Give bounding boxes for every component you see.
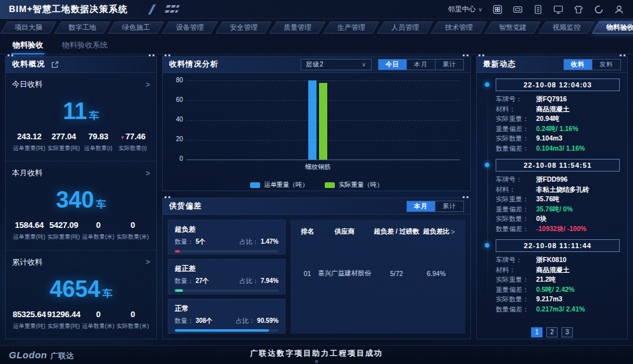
nav-tab-green-construction[interactable]: 绿色施工 [111, 22, 161, 34]
page-button-1[interactable]: 1 [531, 327, 542, 337]
analysis-range-group: 今日 本月 累计 [378, 59, 464, 70]
legend-item-waybill[interactable]: 运单重量（吨） [250, 180, 308, 189]
chevron-right-icon[interactable]: > [146, 169, 150, 178]
y-tick: 60 [166, 96, 183, 103]
stat: 0运单数量(米) [81, 220, 116, 241]
chevron-right-icon[interactable]: > [146, 80, 150, 89]
footer: GLodon广联达 广联达数字项目助力工程项目成功 « [0, 345, 633, 364]
today-count: 11车 [12, 100, 150, 123]
shirt-icon[interactable] [573, 4, 584, 15]
project-selector[interactable]: 邻里中心 ∨ [448, 4, 482, 14]
collapse-chevron-icon[interactable]: « [314, 360, 319, 363]
chart-legend: 运单重量（吨） 实际重量（吨） [163, 180, 470, 189]
table-header-row: 排名 供应商 超负差 / 过磅数 超负差比 > [297, 227, 459, 236]
group-normal: 正常 数量：308个 占比：90.59% [168, 299, 285, 334]
app-title-wrap: BIM+智慧工地数据决策系统 [0, 0, 144, 19]
loading-icon[interactable] [593, 4, 604, 15]
group-over-negative: 超负差 数量：5个 占比：1.47% [168, 220, 285, 254]
legend-swatch [250, 182, 260, 188]
nav-tab-production[interactable]: 生产管理 [327, 22, 376, 34]
overview-section-total: 累计收料 > 4654车 85325.64运单重量(吨) 91296.44实际重… [6, 250, 156, 339]
level-dropdown-value: 层级2 [306, 60, 324, 69]
nav-tab-quality[interactable]: 质量管理 [273, 22, 322, 34]
nav-tab-party-building[interactable]: 智慧党建 [488, 22, 537, 34]
feed-entry[interactable]: 22-10-08 11:54:51 车牌号：浙FDD996 材料：非粘土烧结多孔… [496, 159, 620, 234]
nav-tab-personnel[interactable]: 人员管理 [380, 22, 430, 34]
page-button-2[interactable]: 2 [546, 327, 558, 337]
bar-actual-weight[interactable] [319, 83, 327, 160]
app-title: BIM+智慧工地数据决策系统 [9, 4, 128, 15]
range-total-button[interactable]: 累计 [435, 60, 463, 70]
nav-tab-equipment[interactable]: 设备管理 [165, 22, 215, 34]
y-tick: 80 [166, 77, 183, 84]
x-category-label: 螺纹钢筋 [305, 163, 330, 172]
stat: 79.83运单数量(t) [81, 132, 116, 153]
range-month-button[interactable]: 本月 [407, 201, 435, 211]
y-tick: 40 [166, 116, 183, 123]
legend-item-actual[interactable]: 实际重量（吨） [325, 180, 383, 189]
analysis-panel: 收料情况分析 层级2 ∨ 今日 本月 累计 80 60 40 20 0 [162, 56, 471, 191]
section-title: 本月收料 [12, 168, 42, 179]
apps-grid-icon[interactable] [492, 4, 503, 15]
stat: 5427.09实际重量(吨) [47, 220, 82, 241]
range-month-button[interactable]: 本月 [406, 60, 435, 70]
analysis-panel-title: 收料情况分析 [169, 59, 218, 70]
stat: 1584.64运单重量(吨) [12, 220, 47, 241]
timeline-dot-icon [485, 243, 489, 248]
subtab-material-acceptance[interactable]: 物料验收 [11, 37, 44, 54]
chevron-down-icon: ∨ [361, 61, 367, 68]
chevron-right-icon[interactable]: > [146, 258, 150, 267]
overview-panel-title: 收料概况 [12, 59, 45, 70]
nav-tab-project-brain[interactable]: 项目大脑 [4, 22, 53, 34]
receive-material-button[interactable]: 收料 [564, 60, 592, 70]
progress-fill [175, 329, 269, 332]
deviation-panel-title: 供货偏差 [169, 201, 202, 211]
feed-entry[interactable]: 22-10-08 12:04:03 车牌号：浙FQ7916 材料：商品混凝土 实… [496, 78, 620, 153]
entry-timestamp: 22-10-08 11:11:44 [496, 239, 620, 252]
list-icon[interactable] [532, 4, 543, 15]
trend-down-icon: ▼ [120, 135, 125, 141]
range-total-button[interactable]: 累计 [435, 201, 463, 211]
progress-fill [175, 289, 183, 292]
nav-tab-material-acceptance[interactable]: 物料验收 [596, 22, 633, 34]
page-button-3[interactable]: 3 [561, 327, 573, 337]
feed-list: 22-10-08 12:04:03 车牌号：浙FQ7916 材料：商品混凝土 实… [477, 73, 627, 322]
feed-panel: 最新动态 收料 发料 22-10-08 12:04:03 车牌号：浙FQ7916… [476, 56, 628, 339]
chart-plot-area: 螺纹钢筋 [187, 80, 460, 160]
timeline-dot-icon [485, 163, 489, 167]
nav-tab-safety[interactable]: 安全管理 [219, 22, 268, 34]
chevron-down-icon: ∨ [478, 6, 482, 13]
range-today-button[interactable]: 今日 [379, 60, 406, 70]
user-icon[interactable] [613, 4, 624, 15]
level-dropdown[interactable]: 层级2 ∨ [301, 59, 372, 70]
display-icon[interactable] [553, 4, 563, 15]
stat: 243.12运单重量(吨) [12, 132, 47, 153]
nav-tab-digital-site[interactable]: 数字工地 [58, 22, 107, 34]
project-selector-label: 邻里中心 [448, 4, 475, 14]
nav-tab-video-monitor[interactable]: 视频监控 [542, 22, 591, 34]
entry-timestamp: 22-10-08 12:04:03 [496, 78, 620, 91]
subtab-material-acceptance-system[interactable]: 物料验收系统 [61, 37, 109, 54]
issue-material-button[interactable]: 发料 [592, 60, 620, 70]
top-bar: BIM+智慧工地数据决策系统 邻里中心 ∨ [0, 0, 633, 19]
table-row[interactable]: 01 嘉兴广益建材股份有... 5/72 6.94% [297, 269, 459, 278]
section-title: 今日收料 [12, 79, 42, 90]
chevron-right-icon[interactable]: > [451, 228, 459, 235]
nav-tab-technology[interactable]: 技术管理 [434, 22, 484, 34]
slash-decoration [148, 4, 156, 15]
overview-panel: 收料概况 今日收料 > 11车 243.12运单重量(吨) 277.04实际重量… [5, 56, 157, 339]
topbar-right: 邻里中心 ∨ [448, 4, 633, 15]
overview-panel-header: 收料概况 [6, 56, 156, 73]
feed-panel-header: 最新动态 收料 发料 [477, 56, 627, 73]
supplier-table: 排名 供应商 超负差 / 过磅数 超负差比 > 01 嘉兴广益建材股份有... … [291, 220, 465, 334]
expand-icon[interactable] [51, 61, 59, 68]
feed-button-group: 收料 发料 [563, 59, 621, 70]
deviation-panel-header: 供货偏差 本月 累计 [163, 198, 470, 215]
stat: ▼77.46实际数量(t) [116, 132, 151, 153]
feed-entry[interactable]: 22-10-08 11:11:44 车牌号：浙FK0810 材料：商品混凝土 实… [496, 239, 620, 314]
entry-timestamp: 22-10-08 11:54:51 [496, 159, 620, 172]
stat: 0实际数量(米) [116, 310, 151, 330]
bar-waybill-weight[interactable] [308, 80, 316, 160]
video-monitor-icon[interactable] [512, 4, 523, 15]
legend-swatch [325, 182, 335, 188]
